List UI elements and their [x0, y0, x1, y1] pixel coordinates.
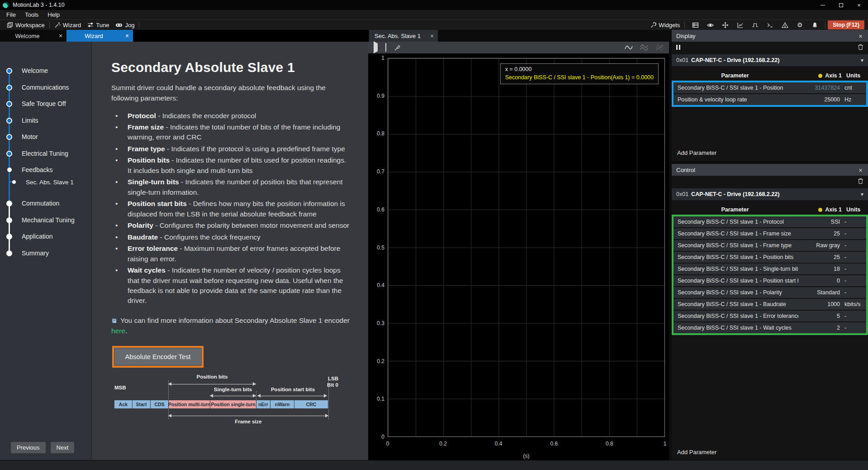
- highlight-green-box: Secondary BiSS-C / SSI slave 1 - Protoco…: [672, 215, 868, 335]
- table-row[interactable]: Secondary BiSS-C / SSI slave 1 - Error t…: [674, 311, 866, 321]
- scope-button[interactable]: [736, 21, 744, 29]
- notifications-button[interactable]: [811, 21, 818, 29]
- menu-help[interactable]: Help: [43, 11, 64, 18]
- pause-button[interactable]: [676, 45, 680, 50]
- sidebar-item-mechanical-tuning[interactable]: Mechanical Tuning: [0, 214, 75, 226]
- absolute-encoder-test-button[interactable]: Absolute Encoder Test: [114, 348, 202, 366]
- parameter-units: -: [840, 313, 866, 319]
- parameter-value: Raw gray: [798, 242, 840, 249]
- clear-plot-button[interactable]: [394, 44, 401, 51]
- stop-button[interactable]: Stop (F12): [828, 20, 864, 29]
- parameter-units: -: [840, 242, 866, 249]
- table-row[interactable]: Secondary BiSS-C / SSI slave 1 - Frame t…: [674, 240, 866, 251]
- workspace-button[interactable]: Workspace: [4, 22, 48, 29]
- menu-file[interactable]: File: [2, 11, 20, 18]
- close-icon[interactable]: ×: [858, 32, 863, 40]
- stop-capture-button[interactable]: [385, 43, 386, 52]
- widgets-button[interactable]: Widgets: [647, 22, 683, 29]
- step-circle: [6, 68, 12, 74]
- parameter-name: Secondary BiSS-C / SSI slave 1 - Single-…: [674, 266, 798, 272]
- toolbar-separator: [825, 22, 825, 29]
- minimize-icon: [821, 5, 825, 5]
- bullet-marker: •: [111, 177, 128, 197]
- toolbar-separator: [139, 22, 139, 29]
- bullet-marker: •: [111, 244, 128, 264]
- step-circle: [6, 85, 12, 91]
- minimize-button[interactable]: [814, 0, 832, 10]
- sidebar-item-motor[interactable]: Motor: [0, 131, 38, 143]
- table-row[interactable]: Secondary BiSS-C / SSI slave 1 - Positio…: [674, 252, 866, 263]
- table-row[interactable]: Secondary BiSS-C / SSI slave 1 - Protoco…: [674, 216, 866, 227]
- sidebar-item-safe-torque-off[interactable]: Safe Torque Off: [0, 98, 66, 110]
- scope-toolbar: [368, 42, 669, 53]
- bullet-item: •Frame type - Indicates if the protocol …: [111, 144, 368, 154]
- plot-area[interactable]: 1 0.9 0.8 0.7 0.6 0.5 0.4 0.3 0.2 0.1 0 …: [368, 53, 669, 460]
- tab-welcome[interactable]: Welcome ×: [0, 30, 66, 42]
- next-button[interactable]: Next: [51, 442, 75, 453]
- parameter-value: 18: [798, 266, 840, 272]
- tab-wizard[interactable]: Wizard ×: [66, 30, 133, 42]
- step-circle: [6, 101, 12, 107]
- sidebar-item-limits[interactable]: Limits: [0, 115, 38, 126]
- close-icon[interactable]: ×: [121, 32, 133, 39]
- sidebar-item-electrical-tuning[interactable]: Electrical Tuning: [0, 148, 68, 159]
- parameter-value: 1000: [798, 301, 840, 307]
- table-row[interactable]: Secondary BiSS-C / SSI slave 1 - Polarit…: [674, 287, 866, 298]
- plot-canvas[interactable]: [388, 58, 665, 437]
- console-button[interactable]: [766, 21, 773, 29]
- previous-button[interactable]: Previous: [11, 442, 46, 453]
- frame-cell: Ack: [114, 400, 133, 408]
- parameter-value: Standard: [798, 289, 840, 296]
- multi-signal-button[interactable]: [640, 44, 648, 51]
- multi-signal-off-button[interactable]: [655, 44, 664, 51]
- alerts-button[interactable]: [781, 21, 788, 29]
- sidebar-item-sec-abs-slave-1[interactable]: Sec. Abs. Slave 1: [0, 176, 74, 188]
- y-tick: 1: [368, 55, 384, 61]
- table-row[interactable]: Position & velocity loop rate 25000 Hz: [674, 94, 866, 105]
- sidebar-item-application[interactable]: Application: [0, 230, 53, 242]
- display-table-header: Parameter Axis 1 Units: [672, 71, 868, 81]
- play-button[interactable]: [374, 43, 378, 52]
- add-parameter-button[interactable]: Add Parameter: [672, 449, 868, 456]
- sidebar-item-feedbacks[interactable]: Feedbacks: [0, 164, 52, 176]
- table-row[interactable]: Secondary BiSS-C / SSI slave 1 - Wait cy…: [674, 322, 866, 333]
- settings-button[interactable]: ⚙: [796, 21, 803, 29]
- wizard-button[interactable]: Wizard: [51, 22, 84, 29]
- table-row[interactable]: Secondary BiSS-C / SSI slave 1 - Single-…: [674, 264, 866, 274]
- device-selector[interactable]: 0x01 CAP-NET-C - Drive (192.168.2.22) ▾: [672, 188, 868, 200]
- parameter-name: Secondary BiSS-C / SSI slave 1 - Protoco…: [674, 219, 798, 225]
- sidebar-item-welcome[interactable]: Welcome: [0, 65, 48, 77]
- frame-cell: nWarn: [270, 400, 294, 408]
- table-row[interactable]: Secondary BiSS-C / SSI slave 1 - Positio…: [674, 82, 866, 93]
- sidebar-item-summary[interactable]: Summary: [0, 247, 49, 259]
- stepper-line-todo: [9, 203, 10, 253]
- monitor-view-button[interactable]: [707, 21, 714, 29]
- sidebar-item-commutation[interactable]: Commutation: [0, 197, 59, 209]
- menu-tools[interactable]: Tools: [20, 11, 43, 18]
- tune-button[interactable]: Tune: [84, 22, 112, 29]
- tooltip-x-value: x = 0.0000: [505, 65, 654, 73]
- motion-button[interactable]: [721, 21, 729, 29]
- signals-button[interactable]: [751, 21, 759, 29]
- close-icon[interactable]: ×: [426, 33, 438, 39]
- close-icon[interactable]: ×: [55, 32, 66, 39]
- table-row[interactable]: Secondary BiSS-C / SSI slave 1 - Frame s…: [674, 228, 866, 239]
- close-icon[interactable]: ×: [858, 166, 863, 174]
- sidebar-item-communications[interactable]: Communications: [0, 82, 69, 93]
- add-parameter-button[interactable]: Add Parameter: [672, 149, 868, 156]
- jog-button[interactable]: Jog: [112, 22, 138, 29]
- signal-select-button[interactable]: [625, 44, 633, 51]
- close-button[interactable]: ×: [850, 0, 868, 10]
- maximize-button[interactable]: [832, 0, 850, 10]
- device-selector[interactable]: 0x01 CAP-NET-C - Drive (192.168.2.22) ▾: [672, 54, 868, 66]
- y-tick: 0.2: [368, 358, 384, 364]
- delete-button[interactable]: [858, 44, 863, 50]
- scope-tab[interactable]: Sec. Abs. Slave 1 ×: [369, 30, 438, 42]
- parameter-units: -: [840, 325, 866, 331]
- here-link[interactable]: here: [111, 327, 125, 335]
- table-row[interactable]: Secondary BiSS-C / SSI slave 1 - Baudrat…: [674, 299, 866, 310]
- table-row[interactable]: Secondary BiSS-C / SSI slave 1 - Positio…: [674, 275, 866, 286]
- bell-icon: [811, 22, 818, 29]
- table-view-button[interactable]: [692, 21, 699, 29]
- delete-button[interactable]: [858, 178, 863, 184]
